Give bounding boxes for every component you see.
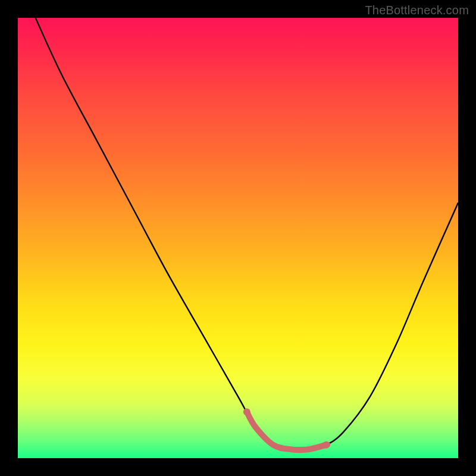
chart-frame: TheBottleneck.com [0,0,476,476]
bottleneck-curve [18,18,458,458]
highlight-dot-left [243,408,250,415]
watermark-text: TheBottleneck.com [365,4,469,17]
plot-area [18,18,458,458]
curve-line [36,18,458,450]
curve-highlight [247,412,327,450]
highlight-dot-right [322,441,330,449]
